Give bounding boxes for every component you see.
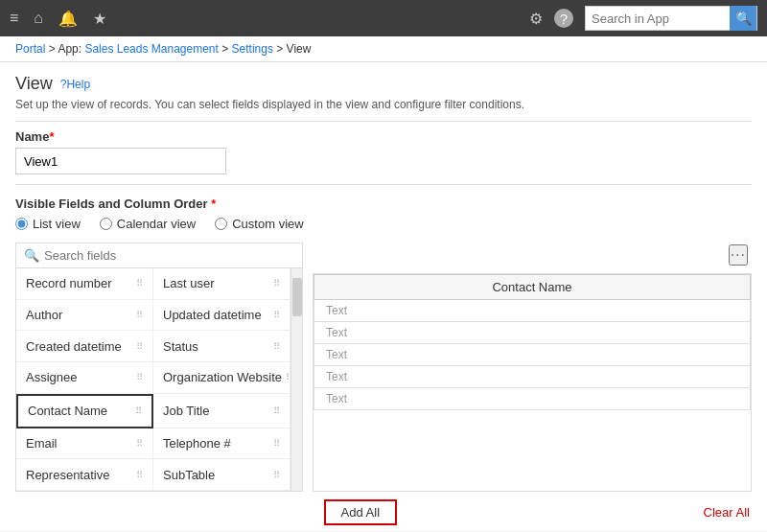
- bottom-bar: Add All Clear All: [15, 499, 752, 525]
- field-representative[interactable]: Representative⠿: [16, 459, 153, 491]
- help-link[interactable]: ?Help: [60, 78, 90, 91]
- preview-text-3: Text: [314, 344, 751, 366]
- breadcrumb-current: View: [287, 42, 312, 56]
- breadcrumb-settings[interactable]: Settings: [232, 42, 273, 56]
- breadcrumb-app-name[interactable]: Sales Leads Management: [84, 42, 218, 56]
- field-status[interactable]: Status⠿: [153, 331, 291, 362]
- search-input[interactable]: [586, 12, 730, 26]
- preview-text-4: Text: [314, 366, 751, 388]
- search-container: 🔍: [585, 6, 757, 31]
- notification-icon[interactable]: 🔔: [58, 10, 78, 28]
- view-type-radio-group: List view Calendar view Custom view: [15, 217, 752, 231]
- field-org-website[interactable]: Organization Website⠿: [153, 362, 291, 394]
- visible-required: *: [208, 197, 217, 211]
- search-button[interactable]: 🔍: [730, 6, 756, 31]
- field-contact-name[interactable]: Contact Name⠿: [16, 394, 153, 428]
- breadcrumb-sep1: >: [49, 42, 58, 56]
- radio-custom-view[interactable]: Custom view: [215, 217, 303, 231]
- clear-all-button[interactable]: Clear All: [704, 505, 750, 520]
- breadcrumb-sep2: >: [221, 42, 231, 56]
- main-content: View ?Help Set up the view of records. Y…: [0, 62, 767, 531]
- fields-grid: Record number⠿ Last user⠿ Author⠿ Update…: [16, 268, 291, 491]
- fields-panel-container: 🔍 Record number⠿ Last user⠿ Author⠿ Upda: [15, 243, 752, 492]
- help-icon[interactable]: ?: [554, 9, 573, 28]
- topbar: ≡ ⌂ 🔔 ★ ⚙ ? 🔍: [0, 0, 767, 36]
- search-fields-input[interactable]: [44, 248, 294, 263]
- field-author[interactable]: Author⠿: [16, 300, 153, 332]
- page-title: View: [15, 74, 53, 94]
- settings-icon[interactable]: ⚙: [529, 10, 543, 28]
- radio-calendar-view[interactable]: Calendar view: [100, 217, 196, 231]
- right-panels: ··· Contact Name Text Text Text Text Tex…: [313, 243, 752, 492]
- table-row: Text: [314, 322, 751, 344]
- topbar-right: ⚙ ? 🔍: [529, 6, 757, 31]
- menu-icon[interactable]: ≡: [10, 10, 18, 27]
- table-row: Text: [314, 388, 751, 410]
- breadcrumb: Portal > App: Sales Leads Management > S…: [0, 36, 767, 62]
- table-row: Text: [314, 300, 751, 322]
- star-icon[interactable]: ★: [93, 10, 106, 28]
- breadcrumb-portal[interactable]: Portal: [15, 42, 45, 56]
- field-record-number[interactable]: Record number⠿: [16, 268, 153, 300]
- topbar-left-icons: ≡ ⌂ 🔔 ★: [10, 10, 529, 28]
- name-label: Name*: [15, 129, 752, 144]
- name-required: *: [49, 129, 54, 144]
- field-created-datetime[interactable]: Created datetime⠿: [16, 331, 153, 362]
- field-updated-datetime[interactable]: Updated datetime⠿: [153, 300, 291, 332]
- field-selector-panel: 🔍 Record number⠿ Last user⠿ Author⠿ Upda: [15, 243, 303, 492]
- field-telephone[interactable]: Telephone #⠿: [153, 428, 291, 460]
- breadcrumb-sep3: >: [276, 42, 286, 56]
- page-description: Set up the view of records. You can sele…: [15, 98, 752, 111]
- radio-list-view[interactable]: List view: [15, 217, 81, 231]
- preview-table: Contact Name Text Text Text Text Text: [314, 274, 751, 410]
- name-field[interactable]: [15, 148, 226, 174]
- breadcrumb-app-label: App:: [58, 42, 81, 56]
- more-options-button[interactable]: ···: [729, 244, 748, 266]
- field-job-title[interactable]: Job Title⠿: [153, 394, 291, 428]
- divider-1: [15, 121, 752, 122]
- add-all-button[interactable]: Add All: [324, 499, 397, 525]
- field-subtable[interactable]: SubTable⠿: [153, 459, 291, 491]
- table-row: Text: [314, 366, 751, 388]
- scrollbar[interactable]: [291, 268, 302, 491]
- scroll-thumb: [292, 278, 302, 316]
- preview-panel: Contact Name Text Text Text Text Text: [313, 273, 752, 492]
- preview-header-contact-name: Contact Name: [314, 275, 751, 300]
- preview-text-1: Text: [314, 300, 751, 322]
- field-last-user[interactable]: Last user⠿: [153, 268, 291, 300]
- preview-text-5: Text: [314, 388, 751, 410]
- right-top-bar: ···: [313, 243, 752, 267]
- visible-fields-label: Visible Fields and Column Order *: [15, 197, 752, 211]
- search-fields-icon: 🔍: [24, 248, 39, 263]
- field-assignee[interactable]: Assignee⠿: [16, 362, 153, 394]
- table-row: Text: [314, 344, 751, 366]
- preview-text-2: Text: [314, 322, 751, 344]
- field-email[interactable]: Email⠿: [16, 428, 153, 460]
- divider-2: [15, 184, 752, 185]
- home-icon[interactable]: ⌂: [34, 10, 43, 27]
- search-fields-bar: 🔍: [16, 243, 302, 268]
